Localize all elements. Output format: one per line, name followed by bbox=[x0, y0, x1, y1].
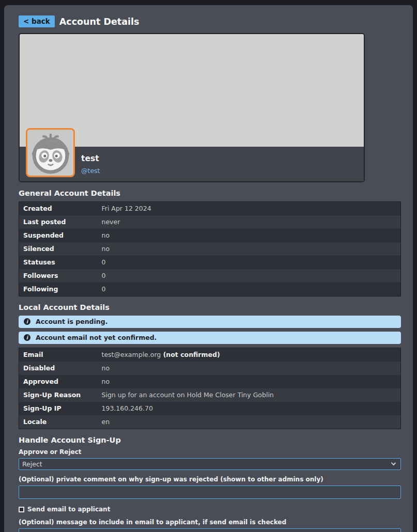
send-email-row[interactable]: Send email to applicant bbox=[19, 506, 401, 513]
table-row: Approvedno bbox=[19, 375, 401, 388]
info-banner: iAccount is pending. bbox=[19, 316, 401, 328]
approve-reject-label: Approve or Reject bbox=[19, 448, 401, 456]
row-value: test@example.org (not confirmed) bbox=[98, 348, 401, 362]
general-details-table: CreatedFri Apr 12 2024Last postedneverSu… bbox=[19, 201, 401, 296]
table-row: Sign-Up ReasonSign up for an account on … bbox=[19, 388, 401, 402]
row-value: 0 bbox=[98, 269, 401, 283]
private-comment-input[interactable] bbox=[19, 486, 401, 499]
row-label: Email bbox=[19, 348, 98, 362]
approve-reject-select[interactable]: Reject bbox=[19, 458, 401, 470]
table-row: Followers0 bbox=[19, 269, 401, 283]
row-value: Sign up for an account on Hold Me Closer… bbox=[98, 388, 401, 402]
info-icon: i bbox=[24, 334, 30, 341]
send-email-label: Send email to applicant bbox=[27, 506, 110, 513]
row-label: Suspended bbox=[19, 229, 98, 242]
approve-reject-select-wrap: Reject bbox=[19, 458, 401, 470]
row-label: Disabled bbox=[19, 362, 98, 375]
local-notices: iAccount is pending.iAccount email not y… bbox=[19, 316, 401, 344]
handle-signup-heading: Handle Account Sign-Up bbox=[19, 436, 401, 444]
row-label: Statuses bbox=[19, 256, 98, 269]
page-title: Account Details bbox=[59, 17, 140, 27]
table-row: Emailtest@example.org (not confirmed) bbox=[19, 348, 401, 362]
general-details-heading: General Account Details bbox=[19, 189, 401, 197]
row-label: Locale bbox=[19, 415, 98, 429]
row-value: 0 bbox=[98, 256, 401, 269]
row-value: no bbox=[98, 375, 401, 388]
back-button[interactable]: < back bbox=[19, 15, 55, 27]
row-value: en bbox=[98, 415, 401, 429]
table-row: Disabledno bbox=[19, 362, 401, 375]
row-label: Following bbox=[19, 283, 98, 296]
table-row: Localeen bbox=[19, 415, 401, 429]
table-row: Silencedno bbox=[19, 242, 401, 256]
row-value: Fri Apr 12 2024 bbox=[98, 202, 401, 216]
local-details-heading: Local Account Details bbox=[19, 303, 401, 311]
page-header: < back Account Details bbox=[19, 15, 401, 27]
private-comment-label: (Optional) private comment on why sign-u… bbox=[19, 476, 401, 483]
row-label: Followers bbox=[19, 269, 98, 283]
table-row: Statuses0 bbox=[19, 256, 401, 269]
profile-card: test @test bbox=[19, 33, 365, 182]
profile-handle-link[interactable]: @test bbox=[81, 167, 364, 175]
table-row: CreatedFri Apr 12 2024 bbox=[19, 202, 401, 216]
row-value: no bbox=[98, 362, 401, 375]
row-value: 193.160.246.70 bbox=[98, 402, 401, 415]
info-banner-text: Account email not yet confirmed. bbox=[36, 334, 157, 341]
row-value: no bbox=[98, 229, 401, 242]
row-value: never bbox=[98, 215, 401, 229]
account-details-panel: < back Account Details test @test bbox=[4, 5, 413, 532]
table-row: Last postednever bbox=[19, 215, 401, 229]
row-label: Sign-Up IP bbox=[19, 402, 98, 415]
table-row: Sign-Up IP193.160.246.70 bbox=[19, 402, 401, 415]
row-label: Created bbox=[19, 202, 98, 216]
row-value: no bbox=[98, 242, 401, 256]
row-label: Approved bbox=[19, 375, 98, 388]
local-details-table: Emailtest@example.org (not confirmed)Dis… bbox=[19, 348, 401, 429]
email-message-input[interactable] bbox=[19, 528, 401, 532]
row-value: 0 bbox=[98, 283, 401, 296]
table-row: Following0 bbox=[19, 283, 401, 296]
email-message-label: (Optional) message to include in email t… bbox=[19, 519, 401, 526]
table-row: Suspendedno bbox=[19, 229, 401, 242]
row-label: Sign-Up Reason bbox=[19, 388, 98, 402]
info-banner-text: Account is pending. bbox=[36, 318, 107, 325]
sloth-avatar-graphic bbox=[28, 131, 73, 175]
row-label: Last posted bbox=[19, 215, 98, 229]
info-icon: i bbox=[24, 318, 30, 325]
handle-signup-form: Approve or Reject Reject (Optional) priv… bbox=[19, 448, 401, 532]
send-email-checkbox[interactable] bbox=[19, 507, 24, 512]
profile-display-name: test bbox=[81, 154, 364, 163]
info-banner: iAccount email not yet confirmed. bbox=[19, 332, 401, 344]
sloth-avatar-icon[interactable] bbox=[26, 128, 75, 177]
row-label: Silenced bbox=[19, 242, 98, 256]
